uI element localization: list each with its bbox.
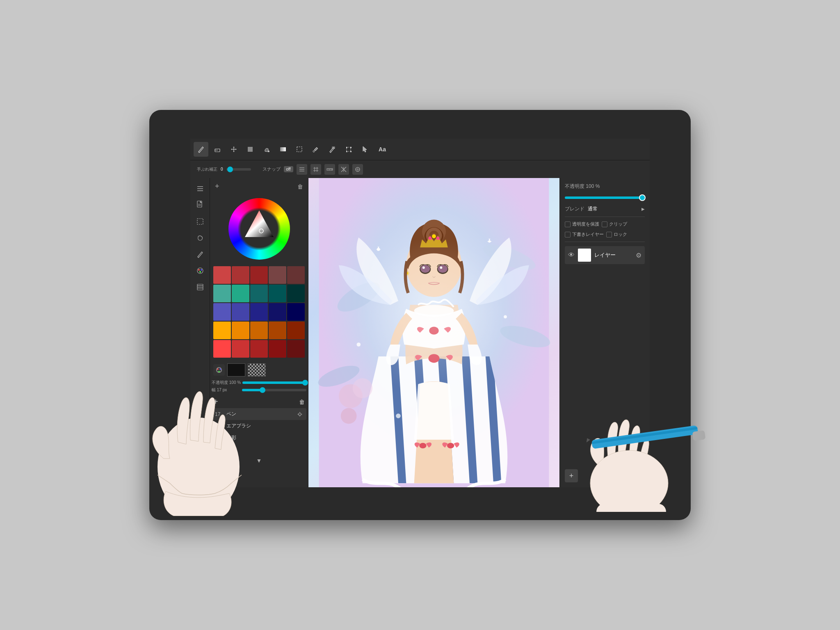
swatch-0[interactable]: [213, 266, 231, 284]
add-color-button[interactable]: +: [213, 180, 221, 192]
swatch-17[interactable]: [250, 322, 268, 339]
snap-grid-icon[interactable]: [310, 164, 321, 175]
swatch-1[interactable]: [232, 266, 249, 284]
clip-cb[interactable]: [602, 221, 607, 227]
swatch-16[interactable]: [232, 322, 249, 339]
snap-diagonal-icon[interactable]: [338, 164, 349, 175]
lock-checkbox[interactable]: ロック: [606, 231, 627, 237]
brush-size-3: 4: [215, 447, 223, 453]
opacity-slider-container[interactable]: [565, 195, 645, 201]
swatch-6[interactable]: [232, 285, 249, 302]
hamburger-menu[interactable]: [193, 181, 208, 196]
canvas-area[interactable]: [308, 178, 559, 487]
eyedropper-tool[interactable]: [308, 142, 323, 157]
swatch-18[interactable]: [269, 322, 286, 339]
layers-sidebar-icon[interactable]: [193, 280, 208, 294]
delete-color-button[interactable]: 🗑: [296, 182, 305, 192]
swatch-11[interactable]: [232, 303, 249, 321]
layer-visibility-icon[interactable]: 👁: [568, 251, 575, 259]
lock-cb[interactable]: [606, 232, 612, 237]
protect-alpha-checkbox[interactable]: 透明度を保護: [565, 221, 599, 227]
gradient-tool[interactable]: [276, 142, 290, 157]
swatch-3[interactable]: [269, 266, 286, 284]
swatch-13[interactable]: [269, 303, 286, 321]
swatch-23[interactable]: [269, 340, 286, 358]
clip-checkbox[interactable]: クリップ: [602, 221, 627, 227]
protect-alpha-cb[interactable]: [565, 221, 571, 227]
swatch-4[interactable]: [287, 266, 305, 284]
select-rect-tool[interactable]: [292, 142, 307, 157]
under-layer-cb[interactable]: [565, 232, 571, 237]
undo-icon[interactable]: [193, 469, 208, 484]
snap-circle-icon[interactable]: [352, 164, 363, 175]
eraser-tool[interactable]: [210, 142, 225, 157]
transform-tool[interactable]: [341, 142, 356, 157]
swatch-8[interactable]: [269, 285, 286, 302]
width-track[interactable]: [242, 389, 306, 391]
swatch-2[interactable]: [250, 266, 268, 284]
color-wheel-container[interactable]: [228, 198, 290, 260]
width-thumb[interactable]: [260, 387, 265, 393]
brush-item-watercolor[interactable]: 15 水彩: [212, 432, 306, 444]
swatch-7[interactable]: [250, 285, 268, 302]
text-tool[interactable]: Aa: [374, 142, 390, 157]
move-tool[interactable]: [226, 142, 241, 157]
color-picker-sidebar-icon[interactable]: [193, 263, 208, 278]
redo-icon[interactable]: [193, 453, 208, 468]
fill-rect-tool[interactable]: [243, 142, 258, 157]
layer-footer: + 🗑: [565, 469, 645, 482]
layer-settings-icon[interactable]: ⚙: [636, 251, 641, 259]
swatch-5[interactable]: [213, 285, 231, 302]
swatch-19[interactable]: [287, 322, 305, 339]
swatch-15[interactable]: [213, 322, 231, 339]
swatch-12[interactable]: [250, 303, 268, 321]
svg-point-52: [219, 368, 221, 370]
new-file-icon[interactable]: [193, 198, 208, 212]
stabilizer-slider[interactable]: [226, 168, 251, 171]
add-layer-button[interactable]: +: [565, 469, 578, 482]
svg-point-53: [218, 371, 220, 372]
right-opacity-slider[interactable]: [565, 196, 645, 199]
blend-row[interactable]: ブレンド 通常 ▶: [565, 205, 645, 212]
lasso-icon[interactable]: [193, 231, 208, 245]
swatch-21[interactable]: [232, 340, 249, 358]
stabilizer-thumb[interactable]: [227, 167, 233, 172]
select-arrow-tool[interactable]: [358, 142, 372, 157]
color-wheel-icon[interactable]: [213, 364, 225, 376]
snap-lines-icon[interactable]: [297, 164, 307, 175]
svg-point-51: [217, 368, 219, 370]
select-pen-tool[interactable]: [325, 142, 340, 157]
svg-point-4: [268, 151, 269, 152]
current-color[interactable]: [227, 363, 245, 377]
add-brush-button[interactable]: +: [213, 397, 218, 406]
swatch-10[interactable]: [213, 303, 231, 321]
svg-rect-5: [280, 147, 286, 151]
opacity-track[interactable]: [242, 381, 306, 384]
brush-item-pen[interactable]: 17 ペン: [212, 408, 306, 420]
pen-tool[interactable]: [194, 142, 208, 157]
layer-row[interactable]: 👁 レイヤー ⚙: [565, 246, 645, 264]
swatch-20[interactable]: [213, 340, 231, 358]
lock-label: ロック: [614, 231, 627, 237]
color-wheel[interactable]: [228, 198, 290, 260]
delete-layer-button[interactable]: 🗑: [632, 469, 645, 482]
delete-brush-button[interactable]: 🗑: [299, 399, 305, 405]
brush-item-pen2[interactable]: 4 ペン: [212, 444, 306, 456]
select-marquee-icon[interactable]: [193, 214, 208, 229]
right-opacity-thumb[interactable]: [639, 194, 646, 201]
snap-toggle[interactable]: off: [284, 166, 293, 172]
opacity-thumb[interactable]: [302, 380, 308, 386]
swatch-24[interactable]: [287, 340, 305, 358]
brush-item-airbrush[interactable]: 50 エアブラシ: [212, 420, 306, 432]
swatch-14[interactable]: [287, 303, 305, 321]
under-layer-checkbox[interactable]: 下書きレイヤー: [565, 231, 604, 237]
brush-list: + 🗑 17 ペン: [210, 394, 308, 487]
swatch-9[interactable]: [287, 285, 305, 302]
snap-ruler-icon[interactable]: [324, 164, 335, 175]
swatch-22[interactable]: [250, 340, 268, 358]
brush-more-button[interactable]: ▼: [256, 457, 262, 464]
width-label: 幅 17 px: [212, 387, 240, 393]
transparent-color[interactable]: [248, 363, 266, 377]
pen-main-icon[interactable]: [193, 247, 208, 262]
bucket-tool[interactable]: [259, 142, 274, 157]
